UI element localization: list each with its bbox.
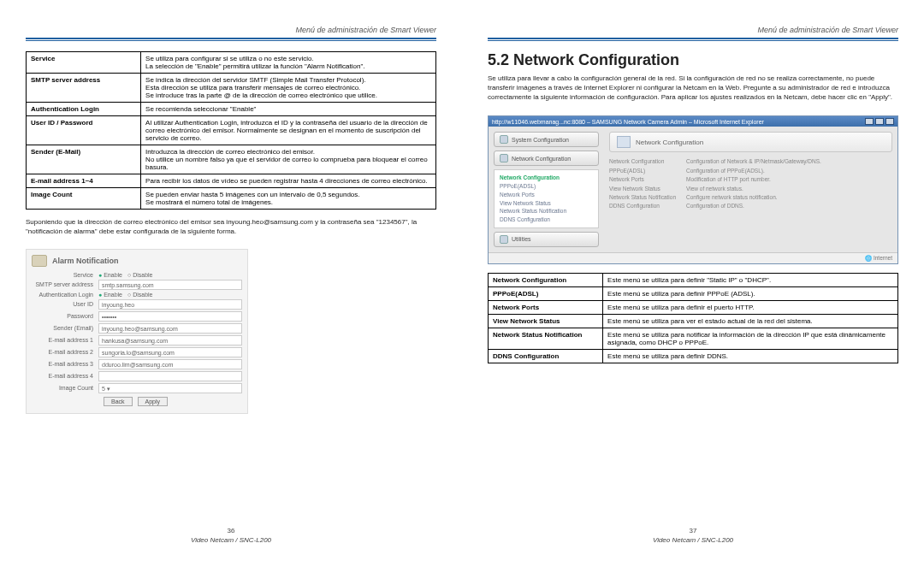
form-row: E-mail address 3dduroo.lim@samsung.com — [32, 359, 242, 369]
form-label: Image Count — [32, 385, 98, 391]
table-key: E-mail address 1~4 — [27, 174, 141, 188]
page-number-right: 37 — [488, 527, 898, 534]
pane-row: Network ConfigurationConfiguration of Ne… — [609, 157, 892, 166]
form-input[interactable]: inyoung.heo — [98, 299, 242, 310]
pane-value: Configuration of PPPoE(ADSL). — [686, 167, 765, 175]
maximize-icon[interactable] — [875, 118, 884, 125]
pane-key: Network Ports — [609, 175, 686, 184]
radio-group[interactable]: EnableDisable — [98, 292, 153, 298]
table-key: View Network Status — [489, 314, 603, 328]
sidebar-btn-network[interactable]: Network Configuration — [494, 151, 599, 166]
form-label: E-mail address 2 — [32, 349, 98, 355]
form-row: E-mail address 2sungoria.lo@samsung.com — [32, 347, 242, 357]
form-input[interactable]: ••••••• — [98, 311, 242, 322]
rule — [488, 38, 898, 41]
product-left: Video Netcam / SNC-L200 — [191, 536, 271, 544]
form-label: Service — [32, 272, 98, 278]
nav-item[interactable]: PPPoE(ADSL) — [500, 182, 593, 191]
form-label: Password — [32, 313, 98, 319]
sidebar-btn-system[interactable]: System Configuration — [494, 132, 599, 147]
table-value: Se pueden enviar hasta 5 imágenes con un… — [141, 188, 436, 210]
page-icon — [617, 136, 631, 148]
table-key: Network Configuration — [489, 273, 603, 286]
radio-option[interactable]: Enable — [98, 272, 122, 278]
table-key: Sender (E-Mail) — [27, 145, 141, 174]
table-value: Este menú se utiliza para notificar la i… — [603, 328, 898, 349]
table-key: Service — [27, 52, 141, 74]
nav-item[interactable]: View Network Status — [500, 199, 593, 208]
form-label: Authentication Login — [32, 292, 98, 298]
left-note: Suponiendo que la dirección de correo el… — [26, 218, 436, 237]
section-intro: Se utiliza para llevar a cabo la configu… — [488, 74, 898, 102]
form-row: Authentication LoginEnableDisable — [32, 292, 242, 298]
alarm-icon — [32, 255, 47, 267]
radio-option[interactable]: Enable — [98, 292, 122, 298]
form-input[interactable]: 5 ▾ — [98, 383, 242, 393]
form-label: SMTP server address — [32, 281, 98, 287]
table-value: Para recibir los datos de vídeo se puede… — [141, 174, 436, 188]
rule — [26, 38, 436, 41]
alarm-form-title: Alarm Notification — [32, 255, 242, 267]
nav-item[interactable]: Network Ports — [500, 191, 593, 199]
header-left: Menú de administración de Smart Viewer — [26, 26, 436, 38]
pane-key: PPPoE(ADSL) — [609, 167, 686, 175]
nav-item[interactable]: Network Status Notification — [500, 207, 593, 216]
section-title: 5.2 Network Configuration — [488, 51, 898, 69]
form-input[interactable] — [98, 371, 242, 381]
table-key: Network Ports — [489, 300, 603, 314]
footer-right: 37 Video Netcam / SNC-L200 — [488, 527, 898, 544]
nav-item[interactable]: DDNS Configuration — [500, 216, 593, 224]
minimize-icon[interactable] — [865, 118, 874, 125]
footer-left: 36 Video Netcam / SNC-L200 — [26, 527, 436, 544]
form-label: E-mail address 1 — [32, 337, 98, 343]
page-right: Menú de administración de Smart Viewer 5… — [462, 0, 924, 561]
close-icon[interactable] — [886, 118, 894, 125]
network-icon — [500, 154, 508, 162]
window-controls — [865, 118, 894, 125]
sidebar: System Configuration Network Configurati… — [489, 127, 604, 252]
product-right: Video Netcam / SNC-L200 — [653, 536, 733, 544]
table-key: User ID / Password — [27, 116, 141, 145]
table-value: Se utiliza para configurar si se utiliza… — [141, 52, 436, 74]
back-button[interactable]: Back — [104, 397, 133, 406]
pane-value: Configuration of Network & IP/Netmask/Ga… — [686, 157, 821, 166]
table-value: Este menú se utiliza para definir el pue… — [603, 300, 898, 314]
pane-value: View of network status. — [686, 185, 743, 193]
form-input[interactable]: inyoung.heo@samsung.com — [98, 323, 242, 334]
form-row: User IDinyoung.heo — [32, 299, 242, 310]
sidebar-nav-list: Network ConfigurationPPPoE(ADSL)Network … — [494, 169, 599, 228]
form-input[interactable]: dduroo.lim@samsung.com — [98, 359, 242, 369]
form-label: User ID — [32, 301, 98, 307]
sidebar-btn-utilities[interactable]: Utilities — [494, 232, 599, 247]
table-key: SMTP server address — [27, 74, 141, 103]
table-value: Se indica la dirección del servidor SMTF… — [141, 74, 436, 103]
pane-row: PPPoE(ADSL)Configuration of PPPoE(ADSL). — [609, 167, 892, 175]
form-input[interactable]: hankusa@samsung.com — [98, 335, 242, 345]
table-value: Al utilizar Authentication Login, introd… — [141, 116, 436, 145]
window-title: http://w11046.webmanag...nc:8080 – SAMSU… — [492, 119, 764, 125]
table-value: Este menú se utiliza para definir PPPoE … — [603, 286, 898, 300]
alarm-notification-form: Alarm Notification ServiceEnableDisableS… — [26, 249, 248, 414]
radio-group[interactable]: EnableDisable — [98, 272, 153, 278]
form-row: SMTP server addresssmtp.samsung.com — [32, 280, 242, 290]
content-pane: Network Configuration Network Configurat… — [604, 127, 897, 252]
pane-value: Configure network status notification. — [686, 193, 778, 202]
nav-item[interactable]: Network Configuration — [500, 174, 593, 182]
form-input[interactable]: smtp.samsung.com — [98, 280, 242, 290]
radio-option[interactable]: Disable — [127, 292, 153, 298]
apply-button[interactable]: Apply — [138, 397, 169, 406]
header-right: Menú de administración de Smart Viewer — [488, 26, 898, 38]
browser-window: http://w11046.webmanag...nc:8080 – SAMSU… — [488, 115, 898, 264]
form-row: ServiceEnableDisable — [32, 272, 242, 278]
tools-icon — [500, 235, 508, 244]
pane-key: DDNS Configuration — [609, 202, 686, 210]
form-input[interactable]: sungoria.lo@samsung.com — [98, 347, 242, 357]
radio-option[interactable]: Disable — [127, 272, 153, 278]
form-label: Sender (Email) — [32, 325, 98, 331]
table-key: Authentication Login — [27, 103, 141, 116]
form-row: Sender (Email)inyoung.heo@samsung.com — [32, 323, 242, 334]
form-row: Image Count5 ▾ — [32, 383, 242, 393]
pane-row: Network Status NotificationConfigure net… — [609, 193, 892, 202]
pane-header: Network Configuration — [609, 132, 892, 152]
pane-key: View Network Status — [609, 185, 686, 193]
